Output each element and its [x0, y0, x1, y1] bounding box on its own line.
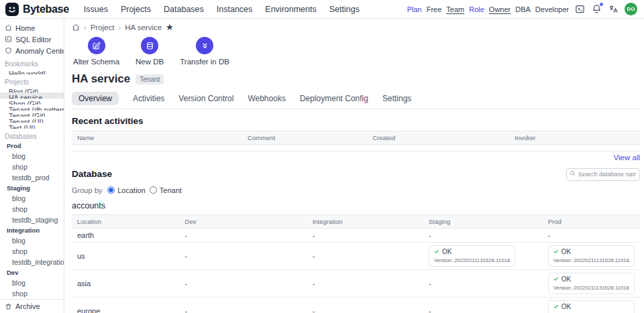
breadcrumb-home-icon[interactable]: [72, 23, 80, 32]
sidebar-item-anomaly-center[interactable]: Anomaly Center: [0, 45, 64, 56]
project-item-blog-git[interactable]: Blog (Git): [0, 86, 64, 92]
project-item-tenant-db-pattern[interactable]: Tenant (db pattern): [0, 105, 64, 111]
db-item[interactable]: shop: [0, 162, 64, 172]
location-cell: europe: [72, 297, 180, 313]
check-icon: [553, 304, 559, 309]
alter-schema-button[interactable]: Alter Schema: [73, 37, 119, 66]
nav-item-settings[interactable]: Settings: [329, 5, 360, 14]
plan-option-team[interactable]: Team: [446, 5, 464, 13]
table-row-us: us - - OK Version: 20220211131528.11018: [72, 242, 640, 269]
role-option-dba[interactable]: DBA: [515, 5, 531, 13]
tab-webhooks[interactable]: Webhooks: [248, 92, 285, 105]
transfer-in-db-button[interactable]: Transfer in DB: [180, 37, 229, 66]
sidebar-item-sql-editor[interactable]: SQL Editor: [0, 34, 64, 45]
favorite-star-icon[interactable]: ★: [166, 24, 174, 31]
check-icon: [553, 276, 559, 281]
demo-switch: Plan Free Team Role Owner DBA Developer: [407, 5, 569, 13]
project-item-ha-service[interactable]: HA service: [0, 92, 64, 99]
console-icon[interactable]: [574, 3, 586, 15]
new-db-button[interactable]: New DB: [136, 37, 164, 66]
group-by-tenant-radio[interactable]: [150, 186, 157, 194]
search-input[interactable]: [566, 168, 640, 181]
tab-overview[interactable]: Overview: [72, 92, 119, 105]
group-by-location-label[interactable]: Location: [117, 186, 146, 194]
role-option-owner[interactable]: Owner: [489, 5, 511, 13]
bookmarks-section-label: Bookmarks: [0, 56, 64, 68]
translate-icon[interactable]: [608, 3, 619, 15]
nav-item-issues[interactable]: Issues: [84, 5, 108, 14]
database-title: Database: [72, 169, 112, 179]
col-header-dev: Dev: [180, 214, 307, 228]
edit-icon: [92, 42, 101, 50]
group-by-label: Group by: [72, 186, 102, 194]
project-item-tenant-ui[interactable]: Tenant (UI): [0, 117, 64, 123]
top-right: Plan Free Team Role Owner DBA Developer: [407, 3, 637, 15]
plan-label: Plan: [407, 5, 422, 13]
breadcrumb-ha-service[interactable]: HA service: [125, 23, 162, 32]
nav-item-projects[interactable]: Projects: [121, 5, 151, 14]
project-item-test-ui[interactable]: Test (UI): [0, 123, 64, 129]
breadcrumb-project[interactable]: Project: [91, 23, 115, 32]
staging-cell: -: [423, 228, 543, 242]
group-by-tenant-label[interactable]: Tenant: [160, 186, 182, 194]
bytebase-logo[interactable]: Bytebase: [5, 3, 69, 16]
view-all-link[interactable]: View all: [72, 153, 640, 162]
db-item[interactable]: testdb_staging: [0, 214, 64, 225]
location-cell: us: [72, 242, 180, 269]
nav-item-instances[interactable]: Instances: [217, 5, 253, 14]
db-item[interactable]: testdb_prod: [0, 172, 64, 183]
col-header-comment: Comment: [242, 131, 367, 145]
db-item[interactable]: blog: [0, 235, 64, 246]
dev-cell: -: [180, 297, 307, 313]
tab-deployment-config[interactable]: Deployment Config: [300, 92, 368, 105]
role-option-developer[interactable]: Developer: [535, 5, 569, 13]
top-nav: Issues Projects Databases Instances Envi…: [84, 5, 360, 14]
integration-cell: -: [307, 242, 423, 269]
database-section-header: Database: [72, 167, 640, 181]
db-item[interactable]: testdb_integration: [0, 257, 64, 267]
tab-version-control[interactable]: Version Control: [178, 92, 233, 105]
page-title: HA service: [72, 72, 130, 86]
db-status-card[interactable]: OK Version: 20220211131528.11018: [429, 245, 515, 267]
table-row-europe: europe - - - OK Version: 20220211131528.…: [72, 297, 640, 313]
sidebar-item-home[interactable]: Home: [0, 22, 64, 34]
db-status-card[interactable]: OK Version: 20220211131528.11018: [548, 273, 635, 294]
project-item-shop-git[interactable]: Shop (Git): [0, 99, 64, 105]
table-row-asia: asia - - - OK Version: 20220211131528.11…: [72, 269, 640, 297]
project-item-tenant-git[interactable]: Tenant (Git): [0, 111, 64, 117]
db-item[interactable]: shop: [0, 204, 64, 214]
status-ok-label: OK: [561, 248, 571, 255]
notifications-bell-icon[interactable]: [591, 3, 602, 15]
col-header-location: Location: [72, 214, 180, 228]
sidebar-item-label: SQL Editor: [15, 36, 51, 44]
double-chevron-down-icon: [201, 42, 209, 50]
db-status-card[interactable]: OK Version: 20220211131528.11018: [548, 300, 635, 313]
nav-item-environments[interactable]: Environments: [265, 5, 316, 14]
db-status-card[interactable]: OK Version: 20220211131528.11018: [548, 245, 635, 267]
accounts-table: Location Dev Integration Staging Prod ea…: [72, 214, 640, 313]
archive-label: Archive: [15, 302, 40, 310]
user-avatar[interactable]: DO: [625, 3, 637, 15]
sidebar-item-archive[interactable]: Archive: [0, 299, 64, 313]
db-item[interactable]: blog: [0, 277, 64, 288]
tab-settings[interactable]: Settings: [382, 92, 411, 105]
db-item[interactable]: blog: [0, 151, 64, 162]
db-item[interactable]: blog: [0, 193, 64, 204]
bookmark-item-hello-world[interactable]: Hello world!: [0, 68, 64, 74]
group-by-location-radio[interactable]: [107, 186, 115, 194]
col-header-integration: Integration: [307, 214, 423, 228]
sidebar-item-label: Anomaly Center: [15, 47, 64, 55]
version-label: Version: 20220211131528.11018: [553, 257, 629, 263]
status-ok-label: OK: [442, 248, 451, 255]
plan-option-free[interactable]: Free: [427, 5, 442, 13]
db-item[interactable]: shop: [0, 288, 64, 299]
trash-icon: [5, 303, 12, 310]
sidebar-item-label: Home: [15, 24, 35, 32]
project-title-row: HA service Tenant: [72, 72, 640, 86]
db-item[interactable]: shop: [0, 246, 64, 257]
integration-cell: -: [307, 228, 423, 242]
tab-activities[interactable]: Activities: [133, 92, 164, 105]
nav-item-databases[interactable]: Databases: [164, 5, 204, 14]
col-header-created: Created: [367, 131, 509, 145]
role-label: Role: [469, 5, 484, 13]
